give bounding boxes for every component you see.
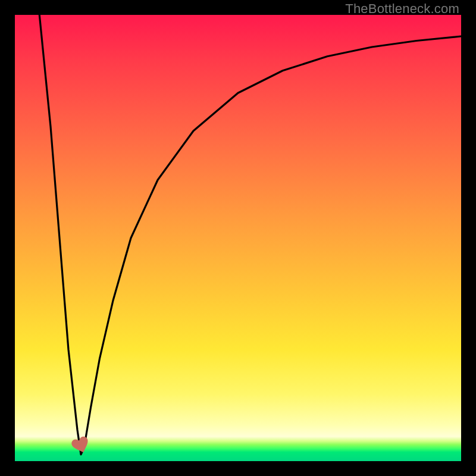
chart-frame [15,15,461,461]
bottleneck-curve [15,15,461,461]
curve-path [39,15,461,455]
